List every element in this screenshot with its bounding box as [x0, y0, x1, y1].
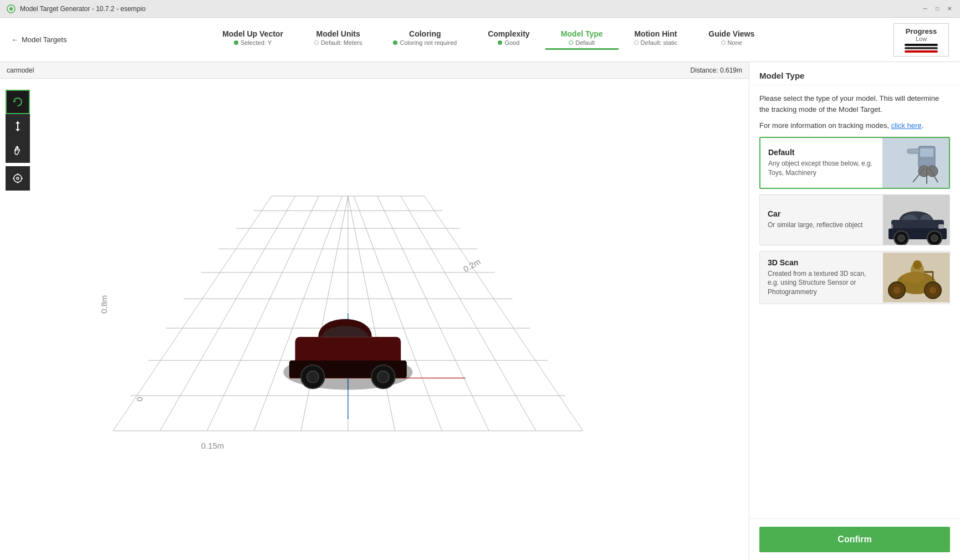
progress-bars: [905, 44, 938, 53]
card-image-3dscan: [883, 253, 949, 302]
card-text-car: Car Or similar large, reflective object: [760, 203, 883, 237]
svg-rect-57: [938, 224, 944, 229]
toolbar-left: [6, 90, 30, 191]
step-complexity[interactable]: Complexity Good: [472, 29, 545, 50]
window-controls: ─ □ ✕: [921, 5, 953, 13]
progress-box: Progress Low: [893, 23, 949, 56]
card-image-car: [883, 195, 949, 245]
step-title-model-type: Model Type: [561, 29, 603, 38]
dot-complexity: [498, 40, 502, 45]
translate-button[interactable]: [6, 114, 30, 138]
step-title-model-up-vector: Model Up Vector: [222, 29, 283, 38]
svg-point-68: [913, 260, 922, 269]
dot-coloring: [393, 40, 397, 45]
confirm-button[interactable]: Confirm: [759, 527, 950, 552]
step-sub-text-model-units: Default: Meters: [321, 39, 362, 46]
card-desc-car: Or similar large, reflective object: [768, 220, 875, 230]
right-panel: Model Type Please select the type of you…: [749, 62, 960, 560]
step-sub-model-up-vector: Selected: Y: [234, 39, 272, 46]
svg-point-4: [17, 177, 19, 179]
card-title-car: Car: [768, 209, 875, 218]
step-coloring[interactable]: Coloring Coloring not required: [377, 29, 472, 50]
top-nav: ← Model Targets Model Up Vector Selected…: [0, 18, 960, 62]
dot-guide-views: [721, 40, 726, 45]
step-sub-coloring: Coloring not required: [393, 39, 457, 46]
step-sub-model-type: Default: [569, 39, 595, 46]
model-type-card-3dscan[interactable]: 3D Scan Created from a textured 3D scan,…: [759, 251, 950, 304]
step-title-model-units: Model Units: [316, 29, 360, 38]
intro-text-2-end: .: [922, 121, 924, 130]
svg-point-55: [898, 235, 905, 242]
step-model-up-vector[interactable]: Model Up Vector Selected: Y: [207, 29, 299, 50]
card-text-default: Default Any object except those below, e…: [760, 141, 882, 184]
card-title-default: Default: [768, 148, 875, 157]
close-button[interactable]: ✕: [946, 5, 953, 13]
maximize-button[interactable]: □: [933, 5, 941, 13]
back-label: Model Targets: [22, 35, 67, 44]
scene-svg: 0.8m 0.15m 0.2m 0: [0, 79, 749, 560]
back-arrow-icon: ←: [11, 35, 18, 44]
step-sub-text-motion-hint: Default: static: [641, 39, 678, 46]
dot-model-type: [569, 40, 573, 45]
card-title-3dscan: 3D Scan: [768, 258, 875, 267]
scene-area[interactable]: 0.8m 0.15m 0.2m 0: [0, 79, 749, 560]
svg-point-46: [927, 166, 938, 177]
intro-text-1: Please select the type of your model. Th…: [759, 93, 950, 115]
toolbar-group-1: [6, 90, 30, 163]
step-sub-complexity: Good: [498, 39, 519, 46]
model-type-card-car[interactable]: Car Or similar large, reflective object: [759, 194, 950, 245]
progress-sub: Low: [916, 35, 927, 42]
step-sub-text-model-type: Default: [575, 39, 595, 46]
breadcrumb: carmodel: [7, 66, 34, 74]
target-button[interactable]: [6, 166, 30, 191]
svg-text:0.2m: 0.2m: [462, 257, 482, 274]
model-type-card-default[interactable]: Default Any object except those below, e…: [759, 137, 950, 189]
app-icon: [7, 4, 16, 13]
svg-point-56: [931, 235, 938, 242]
minimize-button[interactable]: ─: [921, 5, 929, 13]
step-guide-views[interactable]: Guide Views None: [693, 29, 770, 50]
step-title-motion-hint: Motion Hint: [634, 29, 677, 38]
progress-bar-3: [905, 50, 938, 53]
step-sub-text-model-up-vector: Selected: Y: [241, 39, 272, 46]
step-model-type[interactable]: Model Type Default: [545, 29, 619, 50]
app-title: Model Target Generator - 10.7.2 - esempi…: [20, 5, 921, 13]
step-title-complexity: Complexity: [488, 29, 529, 38]
progress-bar-1: [905, 44, 938, 46]
progress-label: Progress: [906, 27, 937, 35]
svg-rect-44: [920, 148, 933, 157]
step-sub-text-coloring: Coloring not required: [400, 39, 457, 46]
step-title-guide-views: Guide Views: [708, 29, 754, 38]
svg-text:0.8m: 0.8m: [100, 295, 109, 314]
svg-rect-58: [888, 224, 893, 229]
dot-motion-hint: [634, 40, 639, 45]
right-panel-body: Please select the type of your model. Th…: [749, 85, 960, 518]
card-image-default: [882, 138, 949, 188]
step-title-coloring: Coloring: [409, 29, 441, 38]
svg-point-3: [14, 174, 22, 182]
breadcrumb-bar: carmodel Distance: 0.619m: [0, 62, 749, 79]
viewport-container: carmodel Distance: 0.619m: [0, 62, 749, 560]
step-sub-model-units: Default: Meters: [314, 39, 362, 46]
title-bar: Model Target Generator - 10.7.2 - esempi…: [0, 0, 960, 18]
svg-point-63: [893, 286, 901, 294]
svg-point-1: [9, 7, 13, 11]
distance-label: Distance: 0.619m: [691, 66, 742, 74]
svg-point-37: [307, 371, 319, 383]
confirm-button-area: Confirm: [749, 518, 960, 560]
step-sub-guide-views: None: [721, 39, 742, 46]
nav-steps: Model Up Vector Selected: Y Model Units …: [83, 29, 893, 50]
svg-point-38: [377, 371, 389, 383]
step-model-units[interactable]: Model Units Default: Meters: [299, 29, 378, 50]
step-sub-text-guide-views: None: [728, 39, 742, 46]
progress-bar-2: [905, 47, 938, 49]
dot-model-up-vector: [234, 40, 238, 45]
svg-rect-47: [907, 149, 920, 153]
pan-button[interactable]: [6, 138, 30, 163]
step-motion-hint[interactable]: Motion Hint Default: static: [619, 29, 693, 50]
right-panel-title: Model Type: [749, 62, 960, 85]
back-button[interactable]: ← Model Targets: [11, 35, 67, 44]
rotate-button[interactable]: [6, 90, 30, 114]
click-here-link[interactable]: click here: [891, 121, 922, 130]
main-content: carmodel Distance: 0.619m: [0, 62, 960, 560]
